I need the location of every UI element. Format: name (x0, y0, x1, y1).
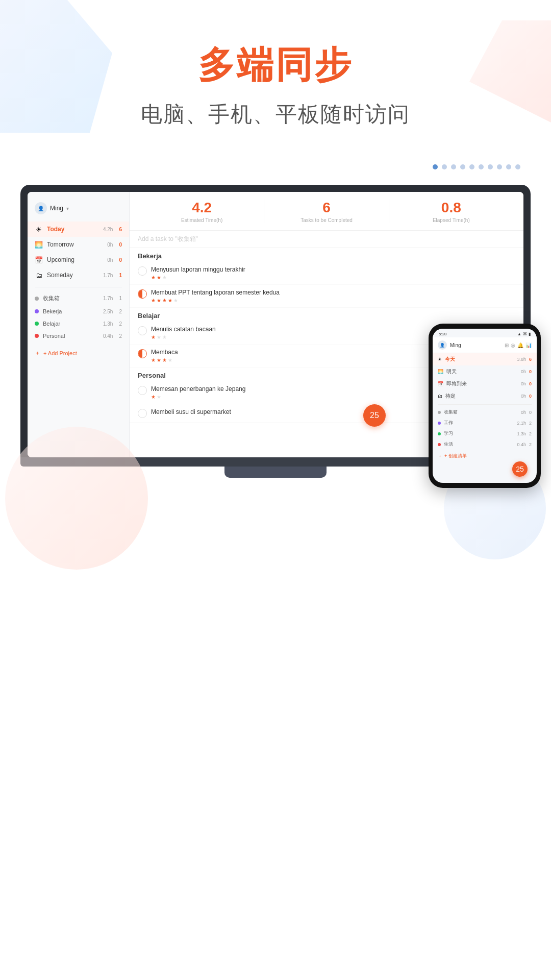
nav-label-today: Today (47, 226, 99, 233)
dot-2[interactable] (442, 164, 447, 169)
task-check-4[interactable] (138, 349, 147, 358)
upcoming-icon: 📅 (35, 256, 43, 264)
laptop-fab-button[interactable]: 25 (363, 404, 386, 427)
project-bekerja[interactable]: Bekerja 2.5h 2 (28, 305, 129, 317)
phone-signal-icon: ▲ (517, 332, 521, 336)
stat-estimated: 4.2 Estimated Time(h) (140, 199, 264, 223)
add-task-placeholder: Add a task to "收集箱" (138, 235, 198, 242)
nav-count-someday: 1 (119, 273, 122, 278)
project-count-inbox: 1 (119, 296, 122, 301)
dot-5[interactable] (469, 164, 474, 169)
nav-count-tomorrow: 0 (119, 242, 122, 248)
phone-nav-label-upcoming: 即将到来 (446, 380, 518, 387)
dot-3[interactable] (451, 164, 456, 169)
someday-icon: 🗂 (35, 271, 43, 279)
phone-status-bar: 5:28 ▲ ⌘ ▮ (433, 329, 537, 337)
task-check-1[interactable] (138, 266, 147, 276)
add-project-label: + Add Project (43, 350, 77, 356)
phone-proj-work[interactable]: 工作 2.1h 2 (433, 418, 537, 428)
stat-label-tasks: Tasks to be Completed (264, 217, 388, 223)
project-dot-bekerja (35, 309, 39, 313)
dot-1[interactable] (433, 164, 438, 169)
sidebar-user: 👤 Ming ▾ (28, 198, 129, 222)
phone-app-header: 👤 Ming ⊞ ◎ 🔔 📊 (433, 337, 537, 353)
project-personal[interactable]: Personal 0.4h 2 (28, 330, 129, 342)
star-5-2: ★ (157, 394, 161, 400)
phone-nav-tomorrow[interactable]: 🌅 明天 0h 0 (433, 365, 537, 378)
phone-status-icons: ▲ ⌘ ▮ (517, 332, 531, 336)
task-check-2[interactable] (138, 289, 147, 299)
task-content-2: Membuat PPT tentang laporan semester ked… (151, 289, 515, 303)
phone-nav-upcoming[interactable]: 📅 即将到来 0h 0 (433, 378, 537, 390)
phone-divider (438, 404, 532, 405)
pagination (0, 149, 551, 180)
star-4-3: ★ (162, 357, 167, 363)
add-task-bar[interactable]: Add a task to "收集箱" (130, 231, 523, 248)
dot-4[interactable] (460, 164, 465, 169)
phone-nav-count-tomorrow: 0 (529, 369, 532, 374)
phone-nav-count-someday: 0 (529, 394, 532, 399)
stats-bar: 4.2 Estimated Time(h) 6 Tasks to be Comp… (130, 192, 523, 231)
star-1-1: ★ (151, 275, 156, 280)
phone-proj-name-work: 工作 (444, 420, 514, 426)
nav-label-upcoming: Upcoming (47, 256, 103, 263)
phone-proj-study[interactable]: 学习 1.3h 2 (433, 428, 537, 439)
task-check-5[interactable] (138, 386, 147, 395)
app-sidebar: 👤 Ming ▾ ☀ Today 4.2h 6 🌅 Tomorrow (28, 192, 130, 457)
sidebar-item-someday[interactable]: 🗂 Someday 1.7h 1 (28, 267, 129, 283)
phone-proj-count-inbox: 0 (529, 410, 532, 415)
phone-proj-count-work: 2 (529, 421, 532, 426)
phone-nav-time-someday: 0h (521, 394, 526, 399)
nav-label-tomorrow: Tomorrow (47, 241, 103, 248)
project-shoujixiang[interactable]: 收集箱 1.7h 1 (28, 291, 129, 305)
stat-value-estimated: 4.2 (140, 199, 264, 216)
dot-7[interactable] (488, 164, 493, 169)
sidebar-item-tomorrow[interactable]: 🌅 Tomorrow 0h 0 (28, 237, 129, 252)
project-time-belajar: 1.3h (103, 321, 113, 327)
phone-nav-today[interactable]: ☀ 今天 3.8h 6 (433, 353, 537, 365)
add-project-button[interactable]: ＋ + Add Project (28, 344, 129, 362)
phone-someday-icon: 🗂 (438, 394, 442, 399)
nav-count-upcoming: 0 (119, 257, 122, 263)
star-2-1: ★ (151, 298, 156, 303)
phone-nav-count-today: 6 (529, 357, 532, 362)
phone-username: Ming (450, 342, 502, 348)
star-1-3: ★ (162, 275, 167, 280)
hero-subtitle: 电脑、手机、平板随时访问 (20, 100, 531, 129)
phone-proj-name-study: 学习 (444, 430, 514, 437)
star-1-2: ★ (157, 275, 161, 280)
sidebar-username: Ming (50, 205, 63, 212)
star-3-1: ★ (151, 334, 156, 340)
sidebar-item-upcoming[interactable]: 📅 Upcoming 0h 0 (28, 252, 129, 267)
phone-proj-inbox[interactable]: 收集箱 0h 0 (433, 407, 537, 418)
nav-label-someday: Someday (47, 272, 99, 279)
star-4-1: ★ (151, 357, 156, 363)
sidebar-divider (35, 287, 122, 287)
task-check-3[interactable] (138, 326, 147, 335)
star-4-2: ★ (157, 357, 161, 363)
sidebar-item-today[interactable]: ☀ Today 4.2h 6 (28, 222, 129, 237)
dot-10[interactable] (515, 164, 520, 169)
project-name-inbox: 收集箱 (43, 295, 99, 302)
dot-8[interactable] (497, 164, 502, 169)
phone-fab-count: 25 (516, 465, 524, 473)
phone-proj-life[interactable]: 生活 0.4h 2 (433, 439, 537, 450)
laptop-stand (224, 467, 327, 478)
project-belajar[interactable]: Belajar 1.3h 2 (28, 317, 129, 330)
phone-add-project[interactable]: ＋ + 创建清单 (433, 450, 537, 462)
project-time-bekerja: 2.5h (103, 309, 113, 314)
nav-time-today: 4.2h (103, 227, 113, 232)
project-count-personal: 2 (119, 333, 122, 339)
dot-6[interactable] (479, 164, 484, 169)
phone-fab-button[interactable]: 25 (512, 461, 528, 477)
stat-value-elapsed: 0.8 (389, 199, 513, 216)
stat-elapsed: 0.8 Elapsed Time(h) (389, 199, 513, 223)
today-icon: ☀ (35, 225, 43, 233)
hero-title: 多端同步 (20, 41, 531, 90)
phone-nav-label-someday: 待定 (445, 393, 518, 400)
phone-proj-time-work: 2.1h (517, 421, 526, 426)
task-check-6[interactable] (138, 409, 147, 418)
phone-nav-someday[interactable]: 🗂 待定 0h 0 (433, 390, 537, 402)
star-2-3: ★ (162, 298, 167, 303)
dot-9[interactable] (506, 164, 511, 169)
